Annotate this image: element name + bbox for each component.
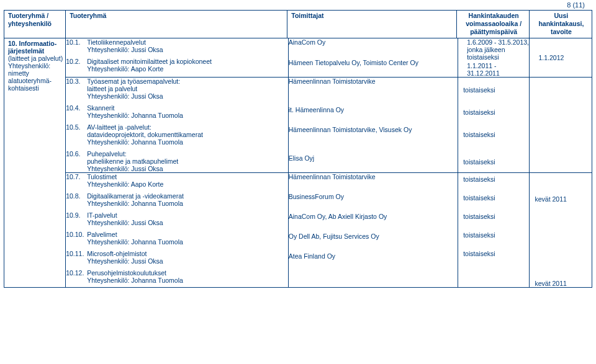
row-contact: Yhteyshenkilö: Johanna Tuomola (87, 112, 183, 119)
row-period: toistaiseksi (458, 158, 529, 166)
row-num: 10.5. (66, 123, 87, 131)
row-period: toistaiseksi (458, 86, 529, 94)
row-supplier: Hämeen Tietopalvelu Oy, Toimisto Center … (289, 59, 458, 66)
row-period: toistaiseksi (458, 213, 529, 220)
header-row: Tuoteryhmä / yhteyshenkilö Tuoteryhmä To… (4, 11, 592, 38)
table-row: 10.7. Tulostimet Yhteyshenkilö: Aapo Kor… (66, 173, 592, 288)
row-contact: Yhteyshenkilö: Jussi Oksa (87, 92, 163, 100)
row-name: AV-laitteet ja -palvelut: (87, 123, 288, 131)
row-num: 10.7. (66, 173, 87, 180)
row-name: Työasemat ja työasemapalvelut: (87, 78, 288, 85)
row-num: 10.4. (66, 104, 87, 112)
row-period: toistaiseksi (458, 175, 529, 183)
row-name2: datavideoprojektorit, dokumenttikamerat (87, 131, 288, 138)
section-label-cell: 10. Informaatio-järjestelmät (laitteet j… (4, 38, 66, 288)
row-period: toistaiseksi (458, 109, 529, 116)
header-col-target: Uusi hankintakausi, tavoite (529, 11, 592, 38)
row-name: Skannerit (87, 104, 288, 112)
row-supplier: Hämeenlinnan Toimistotarvike (289, 78, 458, 85)
row-period: toistaiseksi (458, 250, 529, 257)
row-period: 1.1.2011 - 31.12.2011 (458, 62, 529, 77)
section-num: 10. (8, 40, 17, 47)
row-num: 10.10. (66, 231, 87, 238)
row-contact: Yhteyshenkilö: Aapo Korte (87, 65, 163, 73)
row-name2: laitteet ja palvelut (87, 85, 288, 92)
row-supplier: Hämeenlinnan Toimistotarvike, Visusek Oy (289, 126, 458, 133)
page-indicator: 8 (11) (567, 1, 585, 9)
row-period: 1.6.2009 - 31.5.2013, jonka jälkeen tois… (458, 38, 529, 61)
row-contact: Yhteyshenkilö: Aapo Korte (87, 180, 163, 188)
row-name: Digitaaliset monitoimilaitteet ja kopiok… (87, 58, 288, 65)
row-target: kevät 2011 (530, 195, 592, 203)
row-num: 10.9. (66, 211, 87, 219)
row-name: Puhepalvelut: (87, 150, 288, 158)
row-target: 1.1.2012 (530, 54, 592, 61)
row-supplier: AinaCom Oy, Ab Axiell Kirjasto Oy (289, 213, 458, 220)
row-num: 10.1. (66, 38, 87, 46)
section-contact-label: Yhteyshenkilö: (8, 62, 50, 69)
row-name: IT-palvelut (87, 211, 288, 219)
row-supplier: Hämeenlinnan Toimistotarvike (289, 173, 458, 180)
row-num: 10.2. (66, 58, 87, 65)
row-name: Palvelimet (87, 231, 288, 238)
row-contact: Yhteyshenkilö: Jussi Oksa (87, 219, 163, 226)
row-period: toistaiseksi (458, 131, 529, 138)
row-contact: Yhteyshenkilö: Jussi Oksa (87, 165, 163, 172)
row-contact: Yhteyshenkilö: Johanna Tuomola (87, 238, 183, 246)
row-name2: puheliikenne ja matkapuhelimet (87, 158, 288, 165)
row-num: 10.3. (66, 78, 87, 85)
row-name: Perusohjelmistokoulutukset (87, 269, 288, 277)
section-contact-note: nimetty alatuoteryhmä-kohtaisesti (8, 69, 52, 92)
row-name: Microsoft-ohjelmistot (87, 250, 288, 257)
main-table: Tuoteryhmä / yhteyshenkilö Tuoteryhmä To… (4, 10, 592, 288)
row-contact: Yhteyshenkilö: Jussi Oksa (87, 257, 163, 265)
row-supplier: it. Hämeenlinna Oy (289, 106, 458, 113)
row-name: Tietoliikennepalvelut (87, 38, 288, 46)
row-num: 10.8. (66, 192, 87, 200)
section-sub: (laitteet ja palvelut) (8, 55, 63, 62)
section-body: 10.1. Tietoliikennepalvelut Yhteyshenkil… (66, 38, 592, 288)
row-supplier: AinaCom Oy (289, 38, 458, 46)
row-name: Tulostimet (87, 173, 288, 180)
row-supplier: Oy Dell Ab, Fujitsu Services Oy (289, 233, 458, 240)
row-period: toistaiseksi (458, 231, 529, 239)
row-num: 10.6. (66, 150, 87, 158)
header-col-period: Hankintakauden voimassaoloaika / päättym… (457, 11, 529, 38)
table-row: 10.3. Työasemat ja työasemapalvelut: lai… (66, 78, 592, 173)
row-name: Digitaalikamerat ja -videokamerat (87, 192, 288, 200)
header-col-suppliers: Toimittajat (287, 11, 457, 38)
row-supplier: BusinessForum Oy (289, 193, 458, 200)
section-row: 10. Informaatio-järjestelmät (laitteet j… (4, 38, 592, 288)
row-target: kevät 2011 (530, 280, 592, 287)
row-contact: Yhteyshenkilö: Johanna Tuomola (87, 200, 183, 207)
table-row: 10.1. Tietoliikennepalvelut Yhteyshenkil… (66, 38, 592, 78)
row-supplier: Elisa Oyj (289, 154, 458, 162)
row-supplier: Atea Finland Oy (289, 252, 458, 260)
row-contact: Yhteyshenkilö: Jussi Oksa (87, 46, 163, 53)
row-contact: Yhteyshenkilö: Johanna Tuomola (87, 138, 183, 146)
header-col-productgroup: Tuoteryhmä (66, 11, 287, 38)
row-num: 10.11. (66, 250, 87, 257)
row-period: toistaiseksi (458, 194, 529, 202)
row-contact: Yhteyshenkilö: Johanna Tuomola (87, 277, 183, 284)
header-col-group: Tuoteryhmä / yhteyshenkilö (4, 11, 66, 38)
row-num: 10.12. (66, 269, 87, 277)
